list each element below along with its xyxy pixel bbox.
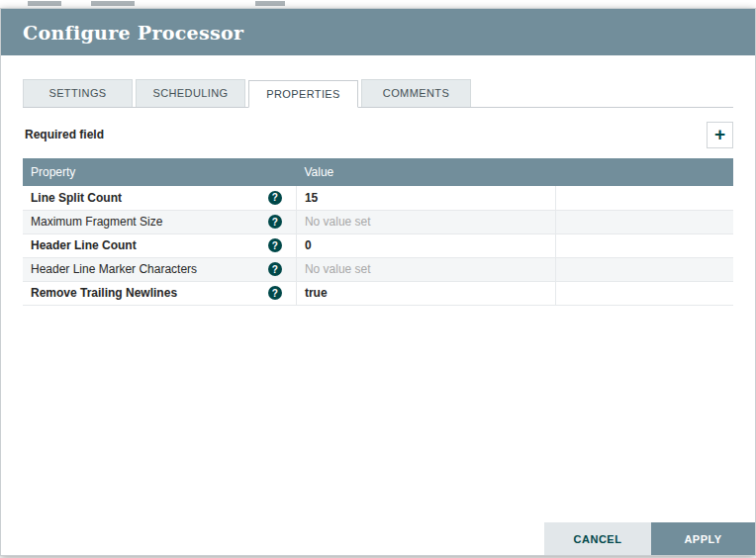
properties-toolbar: Required field +	[23, 121, 733, 148]
cancel-button[interactable]: CANCEL	[544, 522, 651, 555]
page-background: Configure Processor SETTINGS SCHEDULING …	[0, 0, 756, 558]
table-row[interactable]: Line Split Count ? 15	[23, 186, 733, 210]
apply-button[interactable]: APPLY	[651, 522, 755, 555]
question-circle-icon[interactable]: ?	[268, 262, 282, 276]
properties-table: Property Value Line Split Count ? 15	[23, 158, 733, 306]
plus-icon: +	[714, 125, 725, 143]
background-page-fragment	[28, 1, 61, 6]
row-actions-cell	[555, 257, 733, 281]
question-circle-icon[interactable]: ?	[268, 215, 282, 229]
table-row[interactable]: Header Line Marker Characters ? No value…	[23, 257, 733, 281]
property-value[interactable]: No value set	[296, 210, 555, 233]
tab-settings[interactable]: SETTINGS	[23, 79, 133, 107]
tab-scheduling[interactable]: SCHEDULING	[136, 79, 245, 107]
dialog-title: Configure Processor	[23, 22, 243, 44]
property-value[interactable]: 15	[296, 186, 555, 210]
tab-comments[interactable]: COMMENTS	[361, 79, 471, 107]
row-actions-cell	[555, 233, 733, 257]
table-header-row: Property Value	[23, 158, 733, 186]
row-actions-cell	[555, 210, 733, 233]
column-header-value: Value	[296, 158, 555, 186]
dialog-footer-buttons: CANCEL APPLY	[544, 522, 755, 555]
row-actions-cell	[555, 281, 733, 305]
table-row[interactable]: Remove Trailing Newlines ? true	[23, 281, 733, 305]
dialog-body: SETTINGS SCHEDULING PROPERTIES COMMENTS …	[1, 79, 755, 306]
property-value[interactable]: 0	[296, 233, 555, 257]
dialog-header: Configure Processor	[1, 9, 755, 55]
property-value[interactable]: true	[296, 281, 555, 305]
table-row[interactable]: Maximum Fragment Size ? No value set	[23, 210, 733, 233]
column-header-empty	[555, 158, 733, 186]
background-page-fragment	[91, 1, 135, 6]
row-actions-cell	[555, 186, 733, 210]
question-circle-icon[interactable]: ?	[268, 191, 282, 205]
table-row[interactable]: Header Line Count ? 0	[23, 233, 733, 257]
property-name: Header Line Marker Characters	[31, 262, 197, 276]
question-circle-icon[interactable]: ?	[268, 238, 282, 252]
property-name: Remove Trailing Newlines	[31, 286, 177, 300]
configure-processor-dialog: Configure Processor SETTINGS SCHEDULING …	[0, 8, 756, 556]
column-header-property: Property	[23, 158, 296, 186]
property-name: Header Line Count	[31, 238, 137, 252]
required-field-label: Required field	[23, 128, 104, 141]
question-circle-icon[interactable]: ?	[268, 286, 282, 300]
property-name: Line Split Count	[31, 191, 122, 205]
tab-properties[interactable]: PROPERTIES	[248, 80, 358, 108]
property-name: Maximum Fragment Size	[31, 215, 162, 229]
background-page-fragment	[255, 1, 285, 6]
property-value[interactable]: No value set	[296, 257, 555, 281]
add-property-button[interactable]: +	[707, 122, 733, 148]
tab-bar: SETTINGS SCHEDULING PROPERTIES COMMENTS	[23, 79, 733, 108]
